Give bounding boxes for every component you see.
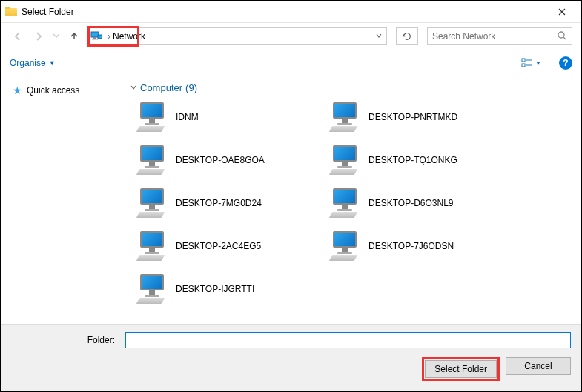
computer-item[interactable]: DESKTOP-2AC4EG5 <box>130 227 323 265</box>
sidebar-item-quick-access[interactable]: ★ Quick access <box>5 82 122 99</box>
computer-item[interactable]: DESKTOP-7MG0D24 <box>130 184 323 222</box>
chevron-down-icon <box>130 83 137 93</box>
body: ★ Quick access Computer (9) IDNMDESKTOP-… <box>1 76 581 324</box>
chevron-down-icon: ▼ <box>535 60 541 67</box>
address-text: Network <box>113 31 374 41</box>
group-title: Computer <box>140 82 182 93</box>
computer-label: DESKTOP-7J6ODSN <box>368 241 454 251</box>
svg-rect-2 <box>92 39 98 40</box>
close-icon <box>558 8 566 16</box>
star-icon: ★ <box>13 84 22 96</box>
computer-label: DESKTOP-OAE8GOA <box>176 155 265 165</box>
forward-button[interactable] <box>30 28 47 44</box>
toolbar: Organise ▼ ▼ ? <box>1 50 581 76</box>
bottom-panel: Folder: Select Folder Cancel <box>1 324 581 391</box>
organise-label: Organise <box>10 58 46 68</box>
computer-label: IDNM <box>176 112 199 122</box>
back-button[interactable] <box>10 28 26 44</box>
computer-item[interactable]: IDNM <box>130 98 323 136</box>
computer-item[interactable]: DESKTOP-7J6ODSN <box>323 227 515 265</box>
computer-label: DESKTOP-7MG0D24 <box>176 198 262 208</box>
computer-icon <box>327 230 361 262</box>
computer-label: DESKTOP-IJGRTTI <box>176 284 254 294</box>
computer-icon <box>327 144 361 176</box>
chevron-down-icon: ▼ <box>49 59 56 67</box>
computer-item[interactable]: DESKTOP-OAE8GOA <box>130 141 323 179</box>
computer-icon <box>327 187 361 219</box>
folder-input[interactable] <box>125 332 571 348</box>
button-row: Select Folder Cancel <box>11 357 571 381</box>
window-title: Select Folder <box>22 7 547 17</box>
help-button[interactable]: ? <box>559 56 572 70</box>
computer-item[interactable]: DESKTOP-IJGRTTI <box>130 270 323 308</box>
computer-icon <box>134 230 168 262</box>
items-grid: IDNMDESKTOP-PNRTMKDDESKTOP-OAE8GOADESKTO… <box>130 98 578 308</box>
folder-row: Folder: <box>11 332 571 348</box>
quick-access-label: Quick access <box>27 85 79 96</box>
network-icon <box>90 31 102 41</box>
svg-rect-3 <box>98 35 102 39</box>
computer-icon <box>134 273 168 305</box>
computer-icon <box>134 187 168 219</box>
computer-item[interactable]: DESKTOP-TQ1ONKG <box>323 141 515 179</box>
computer-label: DESKTOP-D6O3NL9 <box>368 198 454 208</box>
chevron-right-icon: › <box>105 31 113 41</box>
search-input[interactable] <box>432 31 557 41</box>
organise-button[interactable]: Organise ▼ <box>10 58 56 68</box>
computer-label: DESKTOP-TQ1ONKG <box>368 155 457 165</box>
computer-icon <box>327 101 361 133</box>
computer-icon <box>134 144 168 176</box>
folder-label: Folder: <box>11 335 121 345</box>
search-box[interactable] <box>427 27 572 45</box>
folder-icon <box>5 6 17 18</box>
svg-rect-5 <box>522 59 525 62</box>
computer-item[interactable]: DESKTOP-PNRTMKD <box>323 98 515 136</box>
computer-label: DESKTOP-PNRTMKD <box>368 112 457 122</box>
up-button[interactable] <box>66 28 82 44</box>
computer-label: DESKTOP-2AC4EG5 <box>176 241 261 251</box>
group-header[interactable]: Computer (9) <box>130 82 578 93</box>
content-pane: Computer (9) IDNMDESKTOP-PNRTMKDDESKTOP-… <box>127 76 581 324</box>
view-options-button[interactable]: ▼ <box>520 57 541 69</box>
nav-row: › Network <box>1 23 581 50</box>
view-buttons: ▼ ? <box>520 56 572 70</box>
computer-item[interactable]: DESKTOP-D6O3NL9 <box>323 184 515 222</box>
svg-rect-1 <box>93 37 96 39</box>
titlebar: Select Folder <box>1 1 581 23</box>
svg-point-4 <box>558 32 564 38</box>
sidebar: ★ Quick access <box>1 76 127 324</box>
refresh-button[interactable] <box>396 27 418 45</box>
search-icon[interactable] <box>557 30 567 43</box>
recent-locations-button[interactable] <box>51 30 62 43</box>
close-button[interactable] <box>547 1 577 22</box>
computer-icon <box>134 101 168 133</box>
group-count: (9) <box>185 82 197 93</box>
highlight-annotation: Select Folder <box>422 357 500 381</box>
select-folder-button[interactable]: Select Folder <box>425 360 497 378</box>
svg-rect-6 <box>522 64 525 67</box>
cancel-button[interactable]: Cancel <box>506 357 571 375</box>
address-dropdown-button[interactable] <box>374 31 383 42</box>
address-bar[interactable]: › Network <box>87 27 387 45</box>
